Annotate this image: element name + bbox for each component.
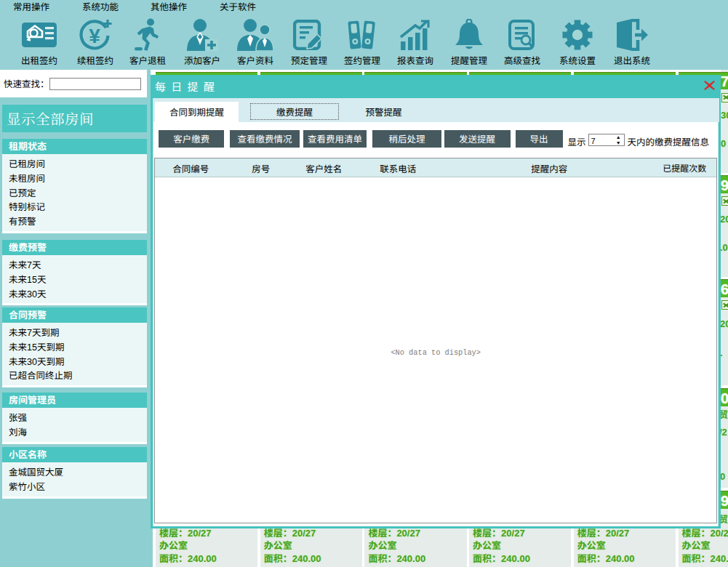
svg-text:¥: ¥ (89, 25, 100, 47)
